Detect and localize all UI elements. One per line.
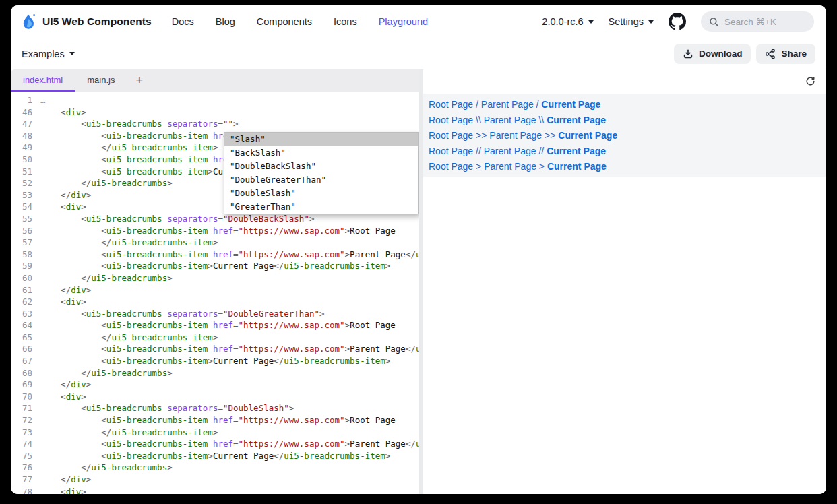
breadcrumb-link[interactable]: Root Page — [429, 146, 473, 156]
line-content: <ui5-breadcrumbs separators=""> — [40, 118, 239, 130]
app-window: UI5 Web Components Docs Blog Components … — [11, 5, 826, 494]
line-number: 68 — [11, 367, 32, 379]
line-number: 67 — [11, 355, 32, 367]
breadcrumb-link[interactable]: Parent Page — [484, 115, 536, 125]
code-line[interactable]: 46 <div> — [11, 106, 419, 119]
code-line[interactable]: 60 </ui5-breadcrumbs> — [11, 272, 419, 284]
code-line[interactable]: 61 </div> — [11, 284, 419, 296]
autocomplete-popup: "Slash""BackSlash""DoubleBackSlash""Doub… — [224, 132, 419, 214]
line-number: 70 — [11, 391, 32, 403]
line-content: <ui5-breadcrumbs separators="DoubleBackS… — [40, 213, 314, 225]
line-content: </ui5-breadcrumbs> — [40, 272, 173, 284]
code-line[interactable]: 57 </ui5-breadcrumbs-item> — [11, 237, 419, 249]
code-line[interactable]: 75 <ui5-breadcrumbs-item>Current Page</u… — [11, 450, 419, 462]
brand-title: UI5 Web Components — [42, 15, 152, 28]
code-line[interactable]: 47 <ui5-breadcrumbs separators=""> — [11, 118, 419, 130]
code-line[interactable]: 69 </div> — [11, 379, 419, 391]
download-icon — [683, 49, 693, 59]
code-line[interactable]: 78 <div> — [11, 486, 419, 494]
line-number: 46 — [11, 106, 32, 119]
code-line[interactable]: 63 <ui5-breadcrumbs separators="DoubleGr… — [11, 308, 419, 320]
version-menu[interactable]: 2.0.0-rc.6 — [542, 16, 593, 27]
examples-menu[interactable]: Examples — [22, 49, 75, 59]
code-line[interactable]: 71 <ui5-breadcrumbs separators="DoubleSl… — [11, 402, 419, 414]
nav-components[interactable]: Components — [257, 16, 312, 27]
autocomplete-option[interactable]: "DoubleSlash" — [224, 187, 418, 200]
code-line[interactable]: 64 <ui5-breadcrumbs-item href="https://w… — [11, 319, 419, 332]
code-line[interactable]: 74 <ui5-breadcrumbs-item href="https://w… — [11, 438, 419, 450]
breadcrumb: Root Page >> Parent Page >> Current Page — [429, 127, 826, 143]
code-line[interactable]: 68 </ui5-breadcrumbs> — [11, 367, 419, 379]
code-line[interactable]: 70 <div> — [11, 391, 419, 403]
breadcrumb-link[interactable]: Root Page — [429, 99, 473, 110]
breadcrumb-current-page: Current Page — [547, 161, 607, 172]
code-line[interactable]: 77 </div> — [11, 474, 419, 486]
code-line[interactable]: 62 <div> — [11, 296, 419, 308]
tab-main-js[interactable]: main.js — [75, 69, 127, 92]
line-content: <ui5-breadcrumbs-item>Current Page</ui5-… — [40, 355, 390, 367]
line-number: 50 — [11, 154, 32, 166]
line-content: </div> — [40, 284, 91, 296]
autocomplete-option[interactable]: "DoubleBackSlash" — [224, 160, 418, 173]
settings-label: Settings — [609, 16, 644, 27]
code-line[interactable]: 1 … — [11, 94, 419, 106]
breadcrumb-separator: \\ — [473, 115, 484, 125]
share-icon — [765, 49, 776, 59]
breadcrumb-link[interactable]: Parent Page — [481, 99, 534, 110]
code-line[interactable]: 59 <ui5-breadcrumbs-item>Current Page</u… — [11, 260, 419, 272]
search-input[interactable]: Search ⌘+K — [701, 11, 814, 32]
preview-canvas: Root Page / Parent Page / Current PageRo… — [423, 94, 826, 177]
autocomplete-option[interactable]: "Slash" — [224, 133, 418, 146]
nav-icons[interactable]: Icons — [334, 16, 357, 27]
share-button[interactable]: Share — [756, 44, 815, 64]
code-line[interactable]: 65 </ui5-breadcrumbs-item> — [11, 332, 419, 344]
code-line[interactable]: 55 <ui5-breadcrumbs separators="DoubleBa… — [11, 213, 419, 225]
line-number: 55 — [11, 213, 32, 225]
refresh-icon[interactable] — [805, 75, 817, 88]
autocomplete-option[interactable]: "BackSlash" — [224, 146, 418, 160]
code-line[interactable]: 58 <ui5-breadcrumbs-item href="https://w… — [11, 249, 419, 261]
line-content: </ui5-breadcrumbs-item> — [40, 427, 218, 439]
line-number: 58 — [11, 249, 32, 261]
examples-label: Examples — [22, 49, 65, 59]
line-content: </div> — [40, 474, 91, 486]
line-number: 74 — [11, 438, 32, 450]
tab-index-html[interactable]: index.html — [11, 69, 75, 92]
brand[interactable]: UI5 Web Components — [22, 13, 152, 30]
add-tab-button[interactable]: + — [127, 69, 152, 92]
header-right: 2.0.0-rc.6 Settings Search ⌘+K — [542, 11, 814, 32]
breadcrumb-link[interactable]: Root Page — [429, 161, 473, 172]
line-number: 65 — [11, 332, 32, 344]
code-line[interactable]: 56 <ui5-breadcrumbs-item href="https://w… — [11, 225, 419, 237]
line-content: </ui5-breadcrumbs> — [40, 462, 173, 474]
breadcrumb-link[interactable]: Parent Page — [484, 161, 536, 172]
code-line[interactable]: 73 </ui5-breadcrumbs-item> — [11, 427, 419, 439]
search-placeholder: Search ⌘+K — [724, 16, 776, 27]
breadcrumb-current-page: Current Page — [547, 146, 606, 156]
settings-menu[interactable]: Settings — [609, 16, 654, 27]
line-number: 48 — [11, 130, 32, 142]
breadcrumb-current-page: Current Page — [558, 130, 617, 141]
autocomplete-option[interactable]: "GreaterThan" — [224, 200, 418, 214]
breadcrumb-link[interactable]: Root Page — [429, 115, 473, 125]
code-line[interactable]: 72 <ui5-breadcrumbs-item href="https://w… — [11, 414, 419, 427]
code-line[interactable]: 67 <ui5-breadcrumbs-item>Current Page</u… — [11, 355, 419, 367]
breadcrumb: Root Page > Parent Page > Current Page — [429, 158, 826, 174]
download-button[interactable]: Download — [674, 44, 751, 64]
chevron-down-icon — [648, 20, 654, 24]
autocomplete-option[interactable]: "DoubleGreaterThan" — [224, 173, 418, 187]
line-number: 61 — [11, 284, 32, 296]
nav-docs[interactable]: Docs — [172, 16, 194, 27]
ui5-flame-logo-icon — [22, 13, 36, 30]
code-line[interactable]: 66 <ui5-breadcrumbs-item href="https://w… — [11, 343, 419, 355]
breadcrumb-link[interactable]: Parent Page — [484, 146, 536, 156]
github-icon[interactable] — [669, 13, 686, 30]
breadcrumb-link[interactable]: Root Page — [429, 130, 473, 141]
nav-blog[interactable]: Blog — [216, 16, 235, 27]
code-line[interactable]: 76 </ui5-breadcrumbs> — [11, 462, 419, 474]
share-label: Share — [781, 49, 807, 59]
breadcrumb-current-page: Current Page — [541, 99, 600, 110]
breadcrumb-separator: // — [473, 146, 484, 156]
breadcrumb-link[interactable]: Parent Page — [489, 130, 542, 141]
nav-playground[interactable]: Playground — [379, 16, 428, 27]
